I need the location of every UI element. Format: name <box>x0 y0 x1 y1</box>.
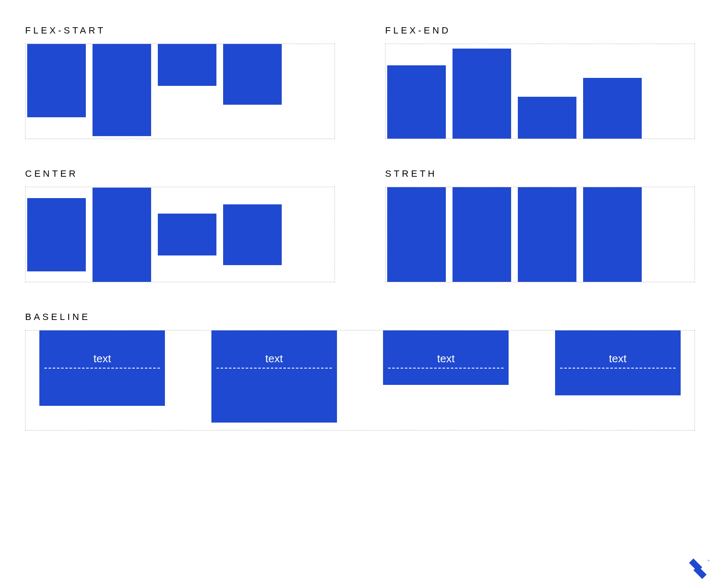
flex-item <box>518 97 576 139</box>
flex-item: text <box>383 330 509 385</box>
flex-item <box>223 204 282 265</box>
label-center: CENTER <box>25 168 335 179</box>
container-stretch <box>385 187 695 282</box>
flex-item <box>158 214 216 255</box>
baseline-text: text <box>44 330 160 369</box>
flex-item <box>93 44 151 136</box>
flex-item <box>583 78 642 139</box>
flex-item: text <box>555 330 681 395</box>
baseline-text: text <box>388 330 504 369</box>
example-baseline: BASELINE text text text text <box>25 312 695 431</box>
flex-item <box>518 187 576 282</box>
label-flex-start: FLEX-START <box>25 25 335 36</box>
flex-item <box>27 44 86 117</box>
examples-grid: FLEX-START FLEX-END CENTER STRETH <box>25 25 695 282</box>
flex-item <box>387 187 446 282</box>
trademark-symbol: ™ <box>707 560 710 562</box>
flex-item <box>223 44 282 105</box>
example-flex-end: FLEX-END <box>385 25 695 139</box>
flex-item: text <box>211 330 337 423</box>
example-flex-start: FLEX-START <box>25 25 335 139</box>
flex-item: text <box>39 330 165 406</box>
label-baseline: BASELINE <box>25 312 695 322</box>
flex-item <box>93 188 151 282</box>
flex-item <box>158 44 216 86</box>
flex-item <box>387 65 446 139</box>
baseline-text: text <box>216 330 332 369</box>
label-stretch: STRETH <box>385 168 695 179</box>
container-flex-start <box>25 44 335 139</box>
container-flex-end <box>385 44 695 139</box>
flex-item <box>27 198 86 271</box>
container-baseline: text text text text <box>25 330 695 431</box>
flex-item <box>453 187 511 282</box>
example-stretch: STRETH <box>385 168 695 282</box>
container-center <box>25 187 335 282</box>
flex-item <box>583 187 642 282</box>
example-center: CENTER <box>25 168 335 282</box>
toptal-logo-icon: ™ <box>686 557 710 580</box>
label-flex-end: FLEX-END <box>385 25 695 36</box>
baseline-text: text <box>560 330 676 369</box>
flex-item <box>453 49 511 139</box>
